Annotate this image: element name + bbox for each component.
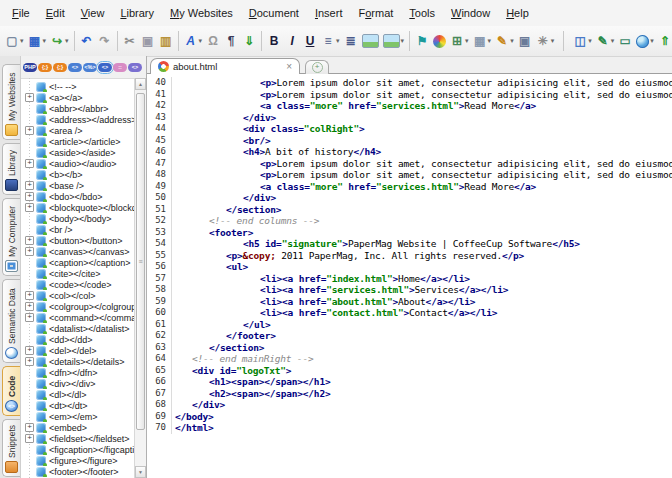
color-wheel-button[interactable]	[431, 30, 448, 52]
code-line-53[interactable]: 53<footer>	[147, 227, 672, 239]
image-button[interactable]	[360, 30, 381, 52]
tree-item-b-b[interactable]: <b></b>	[21, 169, 134, 180]
bold-button[interactable]: B	[265, 30, 283, 52]
menu-document[interactable]: Document	[241, 4, 307, 22]
sidebar-tab-my-computer[interactable]: My Computer	[2, 198, 20, 276]
code-line-62[interactable]: 62</footer>	[147, 330, 672, 342]
code-line-60[interactable]: 60<li><a href="contact.html">Contact</a>…	[147, 307, 672, 319]
tree-item-del-del[interactable]: +<del></del>	[21, 345, 134, 356]
code-line-65[interactable]: 65<div id="logoTxt">	[147, 365, 672, 377]
list-button[interactable]: ≣	[342, 30, 360, 52]
sidebar-tab-code[interactable]: Code<>	[2, 366, 20, 416]
anchor-button[interactable]: ⚑	[413, 30, 431, 52]
align-button[interactable]: ≡▾	[319, 30, 342, 52]
tree-item-address-address[interactable]: <address></address>	[21, 114, 134, 125]
sidebar-tab-library[interactable]: Library	[2, 143, 20, 195]
code-line-42[interactable]: 42<a class="more" href="services.html">R…	[147, 100, 672, 112]
code-line-56[interactable]: 56<ul>	[147, 261, 672, 273]
tree-item-br[interactable]: <br />	[21, 224, 134, 235]
tree-item-body-body[interactable]: <body></body>	[21, 213, 134, 224]
expand-plus-icon[interactable]: +	[25, 181, 34, 190]
tree-item-footer-footer[interactable]: <footer></footer>	[21, 466, 134, 477]
settings-button[interactable]: ✳▾	[534, 30, 557, 52]
tree-item-aside-aside[interactable]: <aside></aside>	[21, 147, 134, 158]
duplicate-button[interactable]: ▣	[516, 30, 534, 52]
tree-item-figcaption-figcaption[interactable]: <figcaption></figcaption>	[21, 444, 134, 455]
layout-button[interactable]: ▦▾	[471, 30, 494, 52]
underline-button[interactable]: U	[301, 30, 319, 52]
expand-plus-icon[interactable]: +	[25, 423, 34, 432]
code-line-55[interactable]: 55<p>&copy; 2011 PaperMag, Inc. All righ…	[147, 250, 672, 262]
sidebar-tab-my-websites[interactable]: My Websites	[2, 64, 20, 140]
code-line-41[interactable]: 41<p>Lorem ipsum dolor sit amet, consect…	[147, 89, 672, 101]
special-character-button[interactable]: Ω	[204, 30, 222, 52]
code-line-57[interactable]: 57<li><a href="index.html">Home</a></li>	[147, 273, 672, 285]
tag-tree-scrollbar[interactable]: ▲ ≡ ▼	[134, 78, 146, 478]
tree-item-dd-dd[interactable]: <dd></dd>	[21, 334, 134, 345]
tree-item-cite-cite[interactable]: <cite></cite>	[21, 268, 134, 279]
expand-plus-icon[interactable]: +	[25, 313, 34, 322]
tree-item-figure-figure[interactable]: <figure></figure>	[21, 455, 134, 466]
expand-plus-icon[interactable]: +	[25, 236, 34, 245]
tree-item-code-code[interactable]: <code></code>	[21, 279, 134, 290]
italic-button[interactable]: I	[283, 30, 301, 52]
code-line-66[interactable]: 66<h1><span></span></h1>	[147, 376, 672, 388]
new-document-button[interactable]: ▢▾	[3, 30, 26, 52]
menu-format[interactable]: Format	[350, 4, 401, 22]
expand-plus-icon[interactable]: +	[25, 192, 34, 201]
tree-item-colgroup-colgroup[interactable]: +<colgroup></colgroup>	[21, 301, 134, 312]
code-line-64[interactable]: 64<!-- end mainRight -->	[147, 353, 672, 365]
scroll-up-icon[interactable]: ▲	[135, 78, 146, 90]
new-tab-button[interactable]: +	[305, 60, 329, 74]
code-line-47[interactable]: 47<p>Lorem ipsum dolor sit amet, consect…	[147, 158, 672, 170]
tree-item-a-a[interactable]: +<a></a>	[21, 92, 134, 103]
open-from-web-button[interactable]: ↪▾	[48, 30, 71, 52]
browser-preview-button[interactable]: ▾	[634, 30, 656, 52]
tree-item-[interactable]: <!-- -->	[21, 81, 134, 92]
frames-button[interactable]: ◫▾	[571, 30, 594, 52]
tree-item-datalist-datalist[interactable]: <datalist></datalist>	[21, 323, 134, 334]
undo-button[interactable]: ↶	[78, 30, 96, 52]
code-line-67[interactable]: 67<h2><span></span></h2>	[147, 388, 672, 400]
tree-item-fieldset-fieldset[interactable]: +<fieldset></fieldset>	[21, 433, 134, 444]
open-in-editor-button[interactable]: ✎▾	[594, 30, 617, 52]
sidebar-tab-semantic-data[interactable]: Semantic Data	[2, 279, 20, 363]
tree-item-abbr-abbr[interactable]: <abbr></abbr>	[21, 103, 134, 114]
menu-tools[interactable]: Tools	[401, 4, 443, 22]
expand-plus-icon[interactable]: +	[25, 126, 34, 135]
tree-item-col-col[interactable]: +<col></col>	[21, 290, 134, 301]
tree-item-button-button[interactable]: +<button></button>	[21, 235, 134, 246]
filter-js[interactable]: {;}	[53, 63, 67, 72]
tree-item-area[interactable]: +<area />	[21, 125, 134, 136]
code-line-46[interactable]: 46<h4>A bit of history</h4>	[147, 146, 672, 158]
menu-file[interactable]: File	[4, 4, 38, 22]
code-line-70[interactable]: 70</html>	[147, 422, 672, 434]
code-line-51[interactable]: 51</section>	[147, 204, 672, 216]
menu-my-websites[interactable]: My Websites	[162, 4, 241, 22]
tree-item-article-article[interactable]: <article></article>	[21, 136, 134, 147]
code-line-43[interactable]: 43</div>	[147, 112, 672, 124]
edit-page-button[interactable]: ✎▾	[493, 30, 516, 52]
code-line-68[interactable]: 68</div>	[147, 399, 672, 411]
preview-window-button[interactable]: ▭	[616, 30, 634, 52]
redo-button[interactable]: ↷	[96, 30, 114, 52]
upload-button[interactable]: ⇑▾	[656, 30, 672, 52]
sidebar-tab-snippets[interactable]: Snippets	[2, 419, 20, 477]
code-line-50[interactable]: 50</div>	[147, 192, 672, 204]
paragraph-button[interactable]: ¶	[222, 30, 240, 52]
expand-plus-icon[interactable]: +	[25, 346, 34, 355]
filter-wml[interactable]: ::	[113, 63, 127, 72]
tree-item-base[interactable]: +<base />	[21, 180, 134, 191]
expand-plus-icon[interactable]: +	[25, 159, 34, 168]
insert-download-button[interactable]: ⇓	[240, 30, 258, 52]
code-line-44[interactable]: 44<div class="colRight">	[147, 123, 672, 135]
code-line-52[interactable]: 52<!-- end columns -->	[147, 215, 672, 227]
menu-help[interactable]: Help	[498, 4, 537, 22]
menu-view[interactable]: View	[73, 4, 113, 22]
tree-item-details-details[interactable]: +<details></details>	[21, 356, 134, 367]
menu-edit[interactable]: Edit	[38, 4, 73, 22]
expand-plus-icon[interactable]: +	[25, 93, 34, 102]
expand-plus-icon[interactable]: +	[25, 203, 34, 212]
expand-plus-icon[interactable]: +	[25, 247, 34, 256]
menu-window[interactable]: Window	[443, 4, 498, 22]
